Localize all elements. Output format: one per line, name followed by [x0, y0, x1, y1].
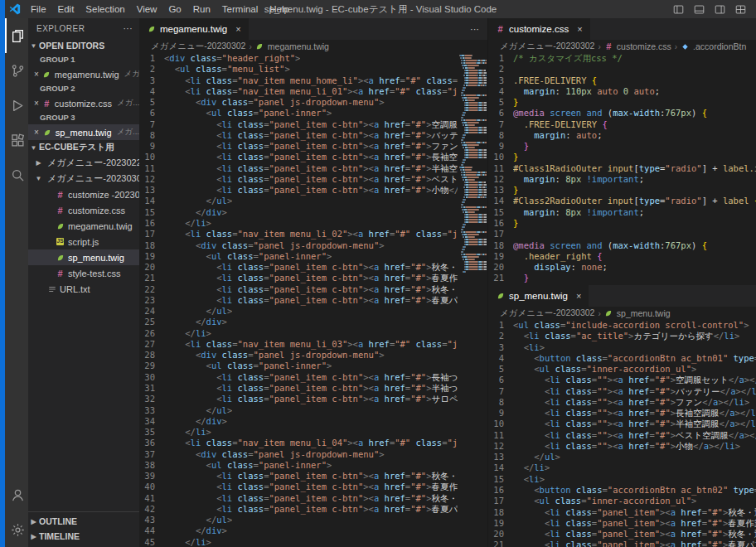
menu-edit[interactable]: Edit [52, 4, 80, 14]
code-line-39[interactable]: 39 <li class="panel_item c-btn"><a href=… [139, 471, 458, 482]
tab-customize-css[interactable]: # customize.css × [488, 18, 591, 40]
code-line-21[interactable]: 21 } [488, 273, 756, 283]
close-tab-icon[interactable]: × [577, 24, 582, 34]
code-line-10[interactable]: 10} [488, 152, 756, 162]
toggle-secondary-sidebar-icon[interactable] [715, 4, 725, 15]
code-line-34[interactable]: 34 </div> [139, 416, 458, 427]
tree-item-customize--20230312.css[interactable]: #customize -20230312.css [28, 186, 139, 202]
breadcrumb-item[interactable]: .accordionBtn [693, 41, 746, 51]
menu-go[interactable]: Go [162, 4, 187, 14]
code-line-2[interactable]: 2 [488, 64, 756, 75]
source-control-icon[interactable] [5, 53, 28, 88]
breadcrumb-item[interactable]: メガメニュー-20230302 [151, 41, 245, 52]
code-line-8[interactable]: 8 <li class=""><a href="#">ファン</a></li> [488, 397, 756, 408]
open-editor-customize.css[interactable]: ×#customize.cssメガ... [28, 95, 139, 111]
code-line-29[interactable]: 29 <ul class="panel-inner"> [139, 361, 458, 371]
code-line-12[interactable]: 12 margin: 8px !important; [488, 174, 756, 185]
run-and-debug-icon[interactable] [5, 88, 28, 123]
minimap[interactable] [458, 53, 487, 547]
toggle-panel-icon[interactable] [694, 4, 705, 15]
code-line-13[interactable]: 13} [488, 185, 756, 196]
code-line-11[interactable]: 11 <li class="panel_item c-btn"><a href=… [139, 163, 458, 174]
code-line-15[interactable]: 15 <li> [488, 474, 756, 485]
timeline-section-header[interactable]: ▶ TIMELINE [28, 529, 139, 544]
outline-section-header[interactable]: ▶ OUTLINE [28, 514, 139, 529]
code-line-23[interactable]: 23 <li class="panel_item c-btn"><a href=… [139, 295, 458, 306]
close-tab-icon[interactable]: × [235, 24, 240, 34]
code-line-19[interactable]: 19 <li class="panel_item"><a href="#">春夏… [488, 518, 756, 529]
code-line-30[interactable]: 30 <li class="panel_item c-btn"><a href=… [139, 372, 458, 383]
code-line-18[interactable]: 18 <div class="panel js-dropdown-menu"> [139, 240, 458, 251]
code-line-20[interactable]: 20 <li class="panel_item"><a href="#">秋冬… [488, 529, 756, 540]
code-line-20[interactable]: 20 display: none; [488, 262, 756, 273]
open-editors-header[interactable]: ▼ OPEN EDITORS [28, 38, 139, 53]
code-line-12[interactable]: 12 <li class="panel_item c-btn"><a href=… [139, 174, 458, 185]
code-line-43[interactable]: 43 </ul> [139, 515, 458, 525]
code-line-11[interactable]: 11 <li class=""><a href="#">ベスト空調服</a></… [488, 430, 756, 441]
code-line-7[interactable]: 7 <li class="panel_item c-btn"><a href="… [139, 119, 458, 130]
code-line-14[interactable]: 14 </ul> [139, 196, 458, 206]
code-line-44[interactable]: 44 </div> [139, 525, 458, 536]
code-line-18[interactable]: 18@media screen and (max-width:767px) { [488, 240, 756, 251]
code-line-13[interactable]: 13 <li class="panel_item c-btn"><a href=… [139, 185, 458, 196]
tab-megamenu-twig[interactable]: megamenu.twig × [139, 18, 250, 40]
code-line-5[interactable]: 5} [488, 97, 756, 108]
code-line-6[interactable]: 6 <ul class="panel-inner"> [139, 108, 458, 119]
tab-sp-menu-twig[interactable]: sp_menu.twig × [488, 285, 589, 307]
breadcrumb-item[interactable]: megamenu.twig [268, 41, 329, 51]
code-line-4[interactable]: 4 <li class="nav_item menu_li_01"><a hre… [139, 86, 458, 97]
code-line-6[interactable]: 6 <li class=""><a href="#">空調服セット</a></l… [488, 375, 756, 385]
code-line-35[interactable]: 35 </li> [139, 427, 458, 438]
code-line-14[interactable]: 14#Class2RadioOuter input[type="radio"] … [488, 196, 756, 206]
code-line-17[interactable]: 17 [488, 229, 756, 240]
code-area-sp-menu[interactable]: 1<ul class="include-accordion scroll-con… [488, 320, 756, 547]
code-line-16[interactable]: 16 <button class="accordionBtn ac_btn02"… [488, 485, 756, 496]
breadcrumb-item[interactable]: メガメニュー-20230302 [500, 307, 594, 319]
code-line-8[interactable]: 8 margin: auto; [488, 130, 756, 141]
code-line-10[interactable]: 10 <li class=""><a href="#">半袖空調服</a></l… [488, 419, 756, 429]
code-line-15[interactable]: 15 margin: 8px !important; [488, 207, 756, 218]
menu-selection[interactable]: Selection [80, 4, 130, 14]
code-line-2[interactable]: 2 <li class="ac_title">カテゴリーから探す</li> [488, 331, 756, 341]
customize-layout-icon[interactable] [735, 4, 746, 15]
code-line-16[interactable]: 16} [488, 218, 756, 229]
code-line-1[interactable]: 1/* カスタマイズ用css */ [488, 53, 756, 64]
open-editor-sp_menu.twig[interactable]: ×sp_menu.twigメガ... [28, 124, 139, 140]
code-line-21[interactable]: 21 <li class="panel_item c-btn"><a href=… [139, 273, 458, 283]
menu-file[interactable]: File [25, 4, 52, 14]
search-icon[interactable] [5, 157, 28, 192]
code-line-3[interactable]: 3.FREE-DELIVERY { [488, 75, 756, 86]
code-line-15[interactable]: 15 </div> [139, 207, 458, 218]
code-line-18[interactable]: 18 <li class="panel_item"><a href="#">秋冬… [488, 507, 756, 518]
code-line-3[interactable]: 3 <li class="nav_item menu_home_li"><a h… [139, 75, 458, 86]
close-editor-icon[interactable]: × [34, 128, 40, 137]
code-line-40[interactable]: 40 <li class="panel_item c-btn"><a href=… [139, 482, 458, 492]
editor-actions-icon[interactable]: ··· [470, 18, 487, 40]
code-line-13[interactable]: 13 </ul> [488, 452, 756, 462]
tree-item-megamenu.twig[interactable]: megamenu.twig [28, 218, 139, 234]
code-area-megamenu[interactable]: 1<div class="header_right">2 <ul class="… [139, 53, 487, 547]
tree-item-script.js[interactable]: JSscript.js [28, 234, 139, 249]
code-line-12[interactable]: 12 <li class=""><a href="#">小物</a></li> [488, 441, 756, 452]
code-line-17[interactable]: 17 <ul class="inner-accordion_ul"> [488, 496, 756, 506]
tree-item-customize.css[interactable]: #customize.css [28, 202, 139, 218]
code-line-38[interactable]: 38 <ul class="panel-inner"> [139, 460, 458, 471]
code-line-20[interactable]: 20 <li class="panel_item c-btn"><a href=… [139, 262, 458, 273]
code-line-21[interactable]: 21 <li class="panel_item"><a href="#">春夏… [488, 540, 756, 547]
menu-terminal[interactable]: Terminal [216, 4, 264, 14]
close-editor-icon[interactable]: × [34, 99, 39, 108]
code-line-33[interactable]: 33 </ul> [139, 405, 458, 416]
code-line-8[interactable]: 8 <li class="panel_item c-btn"><a href="… [139, 130, 458, 141]
code-line-19[interactable]: 19 <ul class="panel-inner"> [139, 251, 458, 262]
explorer-icon[interactable] [5, 18, 28, 53]
code-line-26[interactable]: 26 </li> [139, 328, 458, 339]
code-line-3[interactable]: 3 <li> [488, 342, 756, 353]
code-line-7[interactable]: 7 .FREE-DELIVERY { [488, 119, 756, 130]
code-line-4[interactable]: 4 margin: 110px auto 0 auto; [488, 86, 756, 97]
code-line-27[interactable]: 27 <li class="nav_item menu_li_03"><a hr… [139, 339, 458, 350]
code-line-41[interactable]: 41 <li class="panel_item c-btn"><a href=… [139, 493, 458, 504]
code-line-16[interactable]: 16 </li> [139, 218, 458, 229]
code-line-7[interactable]: 7 <li class=""><a href="#">バッテリー</a></li… [488, 386, 756, 397]
code-line-22[interactable]: 22 <li class="panel_item c-btn"><a href=… [139, 284, 458, 295]
more-actions-icon[interactable]: ··· [124, 24, 133, 33]
